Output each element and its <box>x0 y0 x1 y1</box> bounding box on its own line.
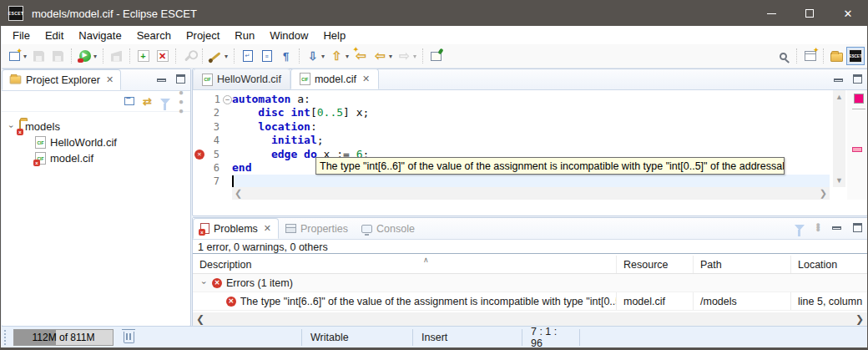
tree-item-models[interactable]: › x models <box>2 119 190 134</box>
menu-edit[interactable]: Edit <box>38 29 71 42</box>
column-location[interactable]: Location <box>791 256 867 273</box>
errors-group-row[interactable]: › ✕ Errors (1 item) <box>193 274 867 292</box>
close-icon[interactable]: ✕ <box>362 74 370 84</box>
menu-help[interactable]: Help <box>315 29 353 42</box>
gutter[interactable]: 4 <box>193 134 232 147</box>
menu-file[interactable]: File <box>5 29 38 42</box>
maximize-view-icon[interactable] <box>853 74 862 84</box>
new-wizard-button[interactable]: ▾ <box>6 47 28 65</box>
scroll-right-icon[interactable]: ❯ <box>820 188 827 199</box>
back-button[interactable]: ⇦▾ <box>371 47 394 65</box>
garbage-collect-icon[interactable] <box>124 332 134 343</box>
chevron-expanded-icon[interactable]: › <box>7 123 16 131</box>
wrench-button[interactable] <box>180 47 198 65</box>
gutter[interactable]: 6 <box>193 161 232 175</box>
save-button[interactable] <box>30 47 48 65</box>
view-menu-icon[interactable]: ●●● <box>816 224 820 231</box>
gutter[interactable]: 7 <box>193 175 232 188</box>
pin-editor-button[interactable] <box>427 47 445 65</box>
scroll-up-icon[interactable]: ▲ <box>835 93 843 101</box>
menu-window[interactable]: Window <box>262 29 315 42</box>
last-edit-location-button[interactable]: ⇦✦ <box>352 47 370 65</box>
error-table-row[interactable]: ✕ The type "int[6..6]" of the value of t… <box>193 292 867 311</box>
editor-horizontal-scrollbar[interactable]: ❮❯ <box>232 187 830 200</box>
build-button[interactable] <box>108 47 125 65</box>
filter-icon[interactable] <box>160 99 170 104</box>
problems-horizontal-scrollbar[interactable]: ❮❯ <box>193 312 867 326</box>
tab-helloworld-cif[interactable]: CIF HelloWorld.cif <box>193 68 290 89</box>
remove-button[interactable]: ✕ <box>154 47 171 65</box>
title-bar: ESCET models/model.cif - Eclipse ESCET ✕ <box>1 1 867 26</box>
scroll-left-icon[interactable]: ❮ <box>235 188 242 199</box>
error-badge-icon: x <box>33 160 40 166</box>
gutter[interactable]: 1− <box>193 93 232 106</box>
overview-error-marker[interactable] <box>852 147 862 152</box>
tree-item-model[interactable]: CIFx model.cif <box>2 150 190 166</box>
problems-table: ∧ Description Resource Path Location › ✕… <box>193 256 867 312</box>
folder-shortcut-button[interactable] <box>828 47 845 65</box>
brush-button[interactable]: ▾ <box>207 47 230 65</box>
menu-navigate[interactable]: Navigate <box>71 29 129 42</box>
view-menu-icon[interactable]: ●●● <box>179 88 184 115</box>
code-token: a: <box>290 93 310 106</box>
escet-perspective-button[interactable]: ESCET <box>846 47 865 65</box>
tab-properties[interactable]: Properties <box>279 218 355 239</box>
tab-model-cif[interactable]: CIF model.cif ✕ <box>290 68 379 89</box>
problems-table-header: ∧ Description Resource Path Location <box>193 256 867 274</box>
drag-grip[interactable] <box>4 330 8 345</box>
tree-item-helloworld[interactable]: CIF HelloWorld.cif <box>2 134 190 150</box>
menu-run[interactable]: Run <box>227 29 262 42</box>
minimize-view-icon[interactable] <box>834 79 843 82</box>
save-all-button[interactable] <box>49 47 67 65</box>
code-line-2[interactable]: 2 disc int[0..5] x; <box>193 106 830 119</box>
search-button[interactable] <box>775 47 792 65</box>
next-annotation-button[interactable]: ⇩▾ <box>304 47 326 65</box>
error-marker-icon[interactable]: ✕ <box>194 150 204 160</box>
gutter[interactable]: ✕5 <box>193 148 232 161</box>
maximize-view-icon[interactable] <box>853 223 862 232</box>
column-resource[interactable]: Resource <box>617 256 694 273</box>
column-description[interactable]: Description <box>193 256 617 273</box>
chevron-down-icon: ▾ <box>23 53 27 60</box>
close-button[interactable]: ✕ <box>829 1 867 26</box>
tab-console[interactable]: Console <box>355 218 421 239</box>
editor-body[interactable]: 1−automaton a:2 disc int[0..5] x;3 locat… <box>193 90 867 200</box>
run-button[interactable]: ▾ <box>76 47 98 65</box>
maximize-button[interactable] <box>790 1 829 26</box>
code-line-1[interactable]: 1−automaton a: <box>193 93 830 106</box>
collapse-all-icon[interactable] <box>124 97 134 105</box>
open-perspective-button[interactable] <box>801 47 819 65</box>
chevron-expanded-icon[interactable]: › <box>199 279 209 287</box>
fold-collapse-icon[interactable]: − <box>223 95 232 104</box>
code-line-4[interactable]: 4 initial; <box>193 134 830 147</box>
gutter[interactable]: 3 <box>193 120 232 134</box>
minimize-view-icon[interactable] <box>157 79 166 82</box>
minimize-view-icon[interactable] <box>832 226 841 230</box>
maximize-view-icon[interactable] <box>176 74 185 84</box>
menu-search[interactable]: Search <box>129 29 179 42</box>
code-token <box>232 148 271 161</box>
scroll-left-icon[interactable]: ❮ <box>196 313 204 325</box>
overview-error-indicator[interactable] <box>854 94 864 104</box>
minimize-button[interactable] <box>752 1 790 26</box>
add-button[interactable]: + <box>134 47 152 65</box>
menu-project[interactable]: Project <box>179 29 227 42</box>
close-icon[interactable]: ✕ <box>106 74 114 85</box>
project-explorer-title: Project Explorer <box>26 74 100 86</box>
forward-button[interactable]: ⇨▾ <box>396 47 418 65</box>
tab-problems[interactable]: Problems ✕ <box>193 218 279 239</box>
scroll-right-icon[interactable]: ❯ <box>855 313 864 325</box>
show-block-button[interactable]: ≡ <box>258 47 275 65</box>
scroll-down-icon[interactable]: ▼ <box>835 176 843 185</box>
code-line-3[interactable]: 3 location: <box>193 120 830 134</box>
filter-icon[interactable] <box>795 225 805 231</box>
gutter[interactable]: 2 <box>193 106 232 119</box>
close-icon[interactable]: ✕ <box>264 223 271 234</box>
previous-annotation-button[interactable]: ⇧▾ <box>328 47 351 65</box>
open-declaration-button[interactable]: ↵ <box>239 47 256 65</box>
column-path[interactable]: Path <box>694 256 791 273</box>
editor-vertical-scrollbar[interactable]: ▲▼ <box>833 90 845 187</box>
link-with-editor-icon[interactable]: ⇄ <box>143 95 152 108</box>
show-whitespace-button[interactable]: ¶ <box>277 47 295 65</box>
tab-project-explorer[interactable]: Project Explorer ✕ <box>2 69 121 90</box>
